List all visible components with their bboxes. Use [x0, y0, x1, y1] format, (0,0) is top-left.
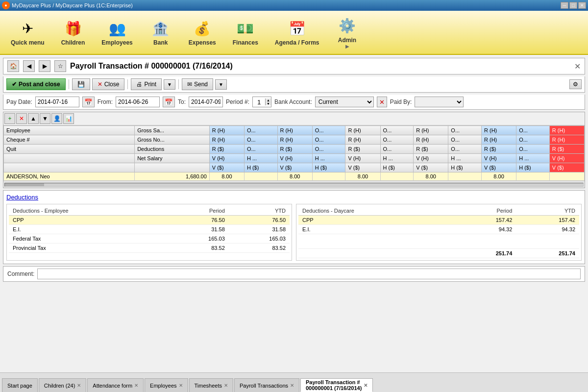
tab-children[interactable]: Children (24) ✕	[39, 378, 87, 392]
move-down-btn[interactable]: ▼	[40, 113, 50, 124]
paid-by-select[interactable]	[415, 97, 464, 107]
title-bar-text: MyDaycare Plus / MyDaycare Plus (1C:Ente…	[12, 2, 561, 8]
subh3-vh1: V (H)	[209, 154, 244, 163]
employees-label: Employees	[101, 39, 132, 46]
tab-children-close[interactable]: ✕	[77, 383, 81, 388]
tab-bar: Start page Children (24) ✕ Attendance fo…	[0, 372, 588, 392]
favorite-btn[interactable]: ☆	[54, 60, 66, 72]
period-input[interactable]	[253, 97, 265, 107]
agenda-label: Agenda / Forms	[275, 39, 319, 46]
deductions-title[interactable]: Deductions	[6, 194, 582, 201]
subh3-net: Net Salary	[135, 154, 210, 163]
tab-timesheets[interactable]: Timesheets ✕	[189, 378, 233, 392]
print-button[interactable]: 🖨 Print	[131, 78, 162, 90]
tab-payroll-detail[interactable]: Payroll Transaction #000000001 (7/16/201…	[300, 378, 373, 392]
menu-item-agenda[interactable]: 📅 Agenda / Forms	[269, 17, 325, 48]
subh4-hs4: H ($)	[448, 163, 482, 172]
col-6-27-o: O...	[312, 126, 345, 135]
doc-title: Payroll Transaction # 000000001 (7/16/20…	[70, 62, 570, 71]
menu-item-children[interactable]: 🎁 Children	[55, 17, 91, 48]
post-and-close-button[interactable]: ✔ Post and close	[6, 78, 66, 90]
pay-date-input[interactable]	[35, 97, 79, 107]
tab-payroll-transactions-close[interactable]: ✕	[290, 383, 294, 388]
subh2-rs6: R ($)	[549, 145, 584, 154]
cell-d5: 8.00	[482, 172, 516, 181]
print-dropdown-btn[interactable]: ▼	[164, 79, 175, 90]
tab-start[interactable]: Start page	[2, 378, 38, 392]
tab-attendance[interactable]: Attendance form ✕	[87, 378, 144, 392]
menu-item-finances[interactable]: 💵 Finances	[227, 17, 264, 48]
menu-item-employees[interactable]: 👥 Employees	[96, 17, 138, 48]
save-button[interactable]: 💾	[72, 78, 90, 90]
subh-r3: R (H)	[345, 135, 380, 145]
pay-date-label: Pay Date:	[6, 98, 32, 105]
move-up-btn[interactable]: ▲	[28, 113, 39, 124]
doc-close-btn[interactable]: ✕	[574, 62, 581, 71]
col-7-1: R (H)	[549, 126, 584, 135]
bank-account-clear-btn[interactable]: ✕	[377, 97, 387, 107]
tab-attendance-label: Attendance form	[93, 383, 132, 389]
menu-item-admin[interactable]: ⚙️ Admin ▶	[330, 14, 365, 51]
ded-emp-name-header: Deductions - Employee	[9, 206, 168, 216]
col-6-30-o: O...	[516, 126, 550, 135]
back-btn[interactable]: ◀	[23, 60, 35, 72]
tab-payroll-detail-label: Payroll Transaction #000000001 (7/16/201…	[306, 379, 362, 391]
subh3-empty	[4, 154, 135, 163]
to-input[interactable]	[189, 97, 223, 107]
tab-payroll-transactions[interactable]: Payroll Transactions ✕	[234, 378, 299, 392]
minimize-btn[interactable]: ─	[561, 2, 568, 9]
table-row[interactable]: ANDERSON, Neo 1,680.00 8.00 8.00 8.00 8.…	[4, 172, 585, 181]
subh4-vs4: V ($)	[414, 163, 448, 172]
bank-account-select[interactable]: Current	[315, 97, 374, 107]
send-dropdown-btn[interactable]: ▼	[215, 79, 227, 90]
fields-row: Pay Date: 📅 From: 📅 To: Period #: ▲ ▼ Ba…	[3, 95, 585, 110]
ded-dc-ei-period: 94.32	[453, 225, 516, 234]
from-calendar-btn[interactable]: 📅	[163, 97, 175, 107]
forward-btn[interactable]: ▶	[39, 60, 50, 72]
ded-emp-provincial-row: Provincial Tax 83.52 83.52	[9, 244, 290, 253]
add-row-btn[interactable]: +	[4, 113, 15, 124]
period-up-arrow[interactable]: ▲	[265, 98, 271, 102]
chart-btn[interactable]: 📊	[63, 113, 74, 124]
period-spinbox[interactable]: ▲ ▼	[252, 97, 271, 107]
settings-btn[interactable]: ⚙	[569, 79, 582, 89]
subh-r4: R (H)	[414, 135, 448, 145]
period-down-arrow[interactable]: ▼	[265, 102, 271, 105]
from-input[interactable]	[116, 97, 160, 107]
pay-date-calendar-btn[interactable]: 📅	[82, 97, 95, 107]
tab-payroll-detail-close[interactable]: ✕	[364, 383, 368, 388]
employees-icon: 👥	[107, 19, 127, 38]
finances-icon: 💵	[236, 19, 255, 38]
tab-employees-close[interactable]: ✕	[179, 383, 183, 388]
comment-input[interactable]	[37, 269, 581, 279]
subh2-o5: O...	[516, 145, 550, 154]
delete-row-btn[interactable]: ✕	[16, 113, 27, 124]
ded-dc-cpp-row: CPP 157.42 157.42	[298, 216, 579, 225]
cell-d4: 8.00	[414, 172, 448, 181]
ded-dc-ytd-header: YTD	[516, 206, 579, 216]
copy-row-btn[interactable]: 👤	[51, 113, 62, 124]
subh3-vh5: V (H)	[482, 154, 516, 163]
col-6-26-r: R (H)	[209, 126, 244, 135]
close-btn[interactable]: ✕	[578, 2, 586, 9]
deductions-section: Deductions Deductions - Employee Period	[3, 190, 585, 264]
subh-gross-no: Gross No...	[135, 135, 210, 145]
subh4-vs3: V ($)	[345, 163, 380, 172]
menu-item-bank[interactable]: 🏦 Bank	[144, 17, 178, 48]
tab-timesheets-close[interactable]: ✕	[224, 383, 228, 388]
cell-d2: 8.00	[277, 172, 312, 181]
send-button[interactable]: ✉ Send	[182, 78, 213, 90]
tab-employees[interactable]: Employees ✕	[145, 378, 188, 392]
menu-item-quick-menu[interactable]: ✈ Quick menu	[5, 17, 50, 48]
menu-item-expenses[interactable]: 💰 Expenses	[183, 17, 222, 48]
maximize-btn[interactable]: □	[569, 2, 577, 9]
subh4-hs2: H ($)	[312, 163, 345, 172]
subh3-vh2: V (H)	[277, 154, 312, 163]
tab-attendance-close[interactable]: ✕	[134, 383, 138, 388]
comment-row: Comment:	[3, 266, 585, 282]
ded-emp-provincial-name: Provincial Tax	[9, 244, 168, 253]
home-btn[interactable]: 🏠	[7, 60, 19, 72]
save-icon: 💾	[77, 81, 85, 88]
ded-emp-ei-row: E.I. 31.58 31.58	[9, 225, 290, 234]
close-button[interactable]: ✕ Close	[92, 78, 125, 90]
